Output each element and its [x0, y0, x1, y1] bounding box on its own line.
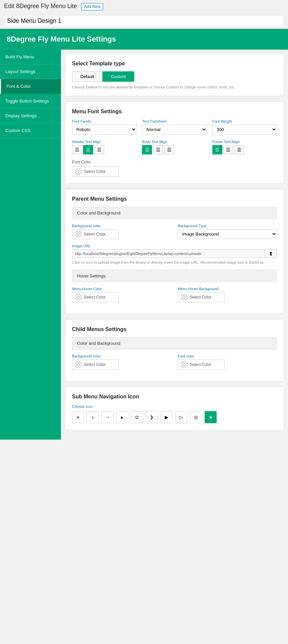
header-align-right-btn[interactable]: ☰ — [94, 145, 104, 154]
text-align-row: Header Text Align ☰ ☰ ☰ Body Text Align … — [72, 140, 277, 154]
sidebar-item-toggle-button-settings[interactable]: Toggle Button Settings — [0, 94, 61, 109]
parent-bg-type-select[interactable]: Image Background Solid Color Gradient — [178, 229, 277, 239]
header-align-btns: ☰ ☰ ☰ — [72, 145, 137, 154]
footer-text-align-group: Footer Text Align ☰ ☰ ☰ — [212, 140, 277, 154]
sidebar-item-layout-settings[interactable]: Layout Settings — [0, 64, 61, 79]
footer-align-right-btn[interactable]: ☰ — [234, 145, 244, 154]
footer-align-center-btn[interactable]: ☰ — [223, 145, 233, 154]
image-url-row: Image URL ⬆ Click on icon to upload imag… — [72, 244, 277, 265]
body-align-btns: ☰ ☰ ☰ — [142, 145, 207, 154]
parent-menu-card: Parent Menu Settings Color and Backgroun… — [65, 189, 284, 314]
hover-color-label: Menu Hover Color — [72, 287, 171, 291]
child-bg-color-picker[interactable]: Select Color — [72, 360, 119, 370]
nav-icon-target[interactable]: ◎ — [190, 411, 202, 423]
body-align-center-btn[interactable]: ☰ — [153, 145, 163, 154]
nav-icon-angle[interactable]: › — [87, 411, 99, 423]
font-family-label: Font Family — [72, 119, 137, 123]
font-family-select[interactable]: Roboto Arial Helvetica — [72, 125, 137, 134]
nav-icon-plus[interactable]: + — [205, 411, 217, 423]
nav-icon-play[interactable]: ▶ — [160, 411, 172, 423]
child-bg-color-label: Background color — [72, 354, 171, 358]
child-color-row: Background color Select Color Font color… — [72, 354, 277, 370]
add-new-button[interactable]: Add New — [81, 3, 103, 10]
hover-bg-picker[interactable]: Select Color — [178, 292, 225, 302]
image-url-input[interactable] — [72, 249, 265, 258]
image-hint-text: Click on icon to upload image from the l… — [72, 260, 277, 265]
parent-bg-color-text: Select Color — [84, 232, 105, 237]
body-align-left-btn[interactable]: ☰ — [142, 145, 152, 154]
hover-color-col: Menu Hover Color Select Color — [72, 287, 171, 302]
nav-icon-play-outline[interactable]: ▷ — [175, 411, 187, 423]
nav-icon-arrow-right[interactable]: → — [101, 411, 114, 423]
footer-align-label: Footer Text Align — [212, 140, 277, 144]
parent-menu-title: Parent Menu Settings — [72, 196, 277, 202]
footer-align-btns: ☰ ☰ ☰ — [212, 145, 277, 154]
parent-bg-color-col: Background color Select Color — [72, 224, 171, 239]
parent-bg-color-label: Background color — [72, 224, 171, 228]
page-title: Edit 8Degree Fly Menu Lite — [4, 3, 77, 10]
header-align-left-btn[interactable]: ☰ — [72, 145, 82, 154]
header-align-label: Header Text Align — [72, 140, 137, 144]
hover-colors-row: Menu Hover Color Select Color Menu Hover… — [72, 287, 277, 302]
parent-bg-type-col: Background Type Image Background Solid C… — [178, 224, 277, 239]
footer-align-left-btn[interactable]: ☰ — [212, 145, 222, 154]
content-area: Select Template type Default Custom Choo… — [61, 50, 288, 440]
child-bg-color-col: Background color Select Color — [72, 354, 171, 370]
hover-bg-text: Select Color — [190, 295, 211, 300]
font-family-group: Font Family Roboto Arial Helvetica — [72, 119, 137, 134]
sidebar: Build Fly Menu Layout Settings Font & Co… — [0, 50, 61, 440]
choose-icon-label: Choose Icon — [72, 404, 277, 408]
font-color-label: Font Color — [72, 160, 277, 165]
child-font-color-text: Select Color — [190, 362, 211, 367]
child-menus-card: Child Menus Settings Color and Backgroun… — [65, 319, 284, 381]
body-align-label: Body Text Align — [142, 140, 207, 144]
hover-color-text: Select Color — [84, 295, 105, 300]
menu-title-input[interactable] — [4, 15, 284, 27]
default-template-btn[interactable]: Default — [72, 71, 102, 82]
nav-icon-circle-right[interactable]: ⊙ — [131, 411, 143, 423]
nav-icon-double-angle[interactable]: » — [72, 411, 84, 423]
parent-bg-type-label: Background Type — [178, 224, 277, 228]
parent-bg-color-checker — [75, 231, 82, 238]
image-upload-btn[interactable]: ⬆ — [265, 249, 277, 258]
font-settings-title: Menu Font Settings — [72, 109, 277, 115]
sidebar-item-build-fly-menu[interactable]: Build Fly Menu — [0, 50, 61, 64]
body-text-align-group: Body Text Align ☰ ☰ ☰ — [142, 140, 207, 154]
sidebar-item-font-color[interactable]: Font & Color — [0, 79, 61, 94]
font-color-group: Font Color Select Color — [72, 160, 277, 177]
body-align-right-btn[interactable]: ☰ — [164, 145, 174, 154]
hover-bg-label: Menu Hover Background — [178, 287, 277, 291]
parent-color-bg-bar: Color and Background — [72, 207, 277, 219]
custom-template-btn[interactable]: Custom — [102, 71, 134, 82]
template-hint: Choose Default to use pre-defined fly te… — [72, 85, 277, 89]
child-font-color-col: Font color Select Color — [178, 354, 277, 370]
sidebar-item-display-settings[interactable]: Display Settings — [0, 109, 61, 123]
header-align-center-btn[interactable]: ☰ — [83, 145, 93, 154]
sub-menu-nav-title: Sub Menu Navigation Icon — [72, 394, 277, 400]
child-font-color-label: Font color — [178, 354, 277, 358]
text-transform-group: Text Transform Normal Uppercase Lowercas… — [142, 119, 207, 134]
font-weight-group: Font Weight 300 400 500 600 700 — [212, 119, 277, 134]
template-type-card: Select Template type Default Custom Choo… — [65, 54, 284, 96]
font-color-picker[interactable]: Select Color — [72, 167, 119, 177]
image-url-label: Image URL — [72, 244, 277, 248]
child-font-color-picker[interactable]: Select Color — [178, 360, 225, 370]
child-bg-color-text: Select Color — [84, 362, 105, 367]
upload-icon: ⬆ — [269, 251, 273, 257]
template-btns: Default Custom — [72, 71, 277, 82]
sidebar-item-custom-css[interactable]: Custom CSS — [0, 123, 61, 138]
settings-heading: 8Degree Fly Menu Lite Settings — [7, 35, 281, 44]
nav-icons-row: » › → ▶ ⊙ ❯ ▶ ▷ ◎ + — [72, 411, 277, 423]
parent-bg-color-picker[interactable]: Select Color — [72, 229, 119, 239]
hover-color-checker — [75, 294, 82, 301]
child-color-bg-bar: Color and Background — [72, 337, 277, 349]
nav-icon-chevron[interactable]: ❯ — [146, 411, 158, 423]
child-font-checker — [181, 361, 188, 368]
font-weight-label: Font Weight — [212, 119, 277, 123]
font-weight-select[interactable]: 300 400 500 600 700 — [212, 125, 277, 134]
hover-color-picker[interactable]: Select Color — [72, 292, 119, 302]
font-color-text: Select Color — [84, 169, 105, 174]
text-transform-select[interactable]: Normal Uppercase Lowercase Capitalize — [142, 125, 207, 134]
sub-menu-nav-card: Sub Menu Navigation Icon Choose Icon » ›… — [65, 387, 284, 430]
nav-icon-triangle-small[interactable]: ▶ — [116, 411, 128, 423]
